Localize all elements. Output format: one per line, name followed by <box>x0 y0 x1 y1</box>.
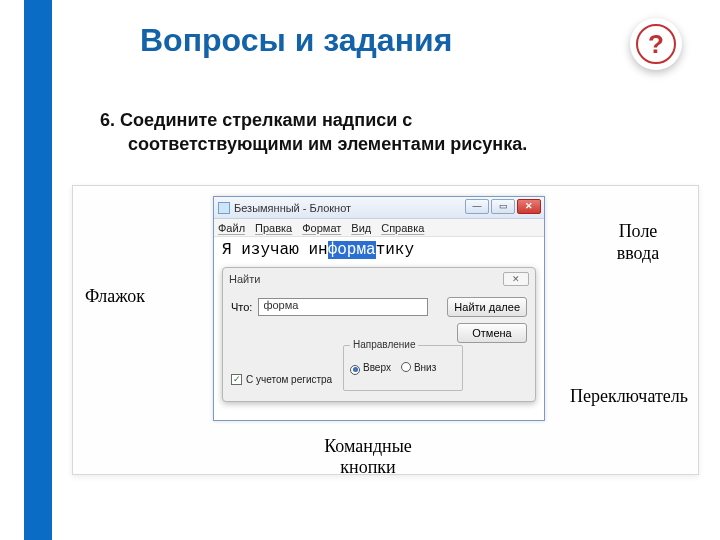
task-text: 6. Соедините стрелками надписи с соответ… <box>100 108 660 157</box>
window-title: Безымянный - Блокнот <box>234 202 351 214</box>
radio-down[interactable]: Вниз <box>401 362 436 375</box>
menu-file[interactable]: Файл <box>218 222 245 234</box>
dialog-title: Найти <box>229 273 260 285</box>
selected-text: форма <box>328 241 376 259</box>
find-next-button[interactable]: Найти далее <box>447 297 527 317</box>
question-badge: ? <box>630 18 682 70</box>
app-icon <box>218 202 230 214</box>
task-line2: соответствующими им элементами рисунка. <box>128 132 660 156</box>
menu-bar: Файл Правка Формат Вид Справка <box>214 219 544 237</box>
dialog-close-button[interactable]: ✕ <box>503 272 529 286</box>
question-mark-icon: ? <box>636 24 676 64</box>
direction-group: Направление Вверх Вниз <box>343 345 463 391</box>
find-input[interactable]: форма <box>258 298 428 316</box>
cancel-button[interactable]: Отмена <box>457 323 527 343</box>
radio-down-icon <box>401 362 411 372</box>
menu-edit[interactable]: Правка <box>255 222 292 234</box>
find-what-label: Что: <box>231 301 252 313</box>
radio-up-icon <box>350 365 360 375</box>
maximize-button[interactable]: ▭ <box>491 199 515 214</box>
label-checkbox: Флажок <box>85 286 145 307</box>
notepad-window: Безымянный - Блокнот — ▭ ✕ Файл Правка Ф… <box>213 196 545 421</box>
slide-title: Вопросы и задания <box>140 22 452 59</box>
radio-up[interactable]: Вверх <box>350 362 391 375</box>
menu-format[interactable]: Формат <box>302 222 341 234</box>
find-dialog: Найти ✕ Что: форма Найти далее Отмена На… <box>222 267 536 402</box>
text-area[interactable]: Я изучаю информатику <box>214 237 544 259</box>
window-control-buttons: — ▭ ✕ <box>465 199 541 214</box>
diagram-panel: Флажок Поле ввода Переключатель Командны… <box>72 185 699 475</box>
dialog-body: Что: форма Найти далее Отмена Направлени… <box>223 290 535 401</box>
task-number: 6. <box>100 110 115 130</box>
label-command-buttons: Командные кнопки <box>283 436 453 477</box>
dialog-titlebar: Найти ✕ <box>223 268 535 290</box>
task-line1: Соедините стрелками надписи с <box>120 110 412 130</box>
window-titlebar: Безымянный - Блокнот — ▭ ✕ <box>214 197 544 219</box>
direction-group-label: Направление <box>350 339 418 350</box>
menu-view[interactable]: Вид <box>351 222 371 234</box>
label-radio: Переключатель <box>570 386 688 407</box>
close-button[interactable]: ✕ <box>517 199 541 214</box>
find-what-row: Что: форма <box>231 298 428 316</box>
match-case-row[interactable]: С учетом регистра <box>231 374 332 385</box>
side-accent-bar <box>24 0 52 540</box>
match-case-label: С учетом регистра <box>246 374 332 385</box>
menu-help[interactable]: Справка <box>381 222 424 234</box>
label-input-field: Поле ввода <box>598 221 678 264</box>
checkbox-icon <box>231 374 242 385</box>
minimize-button[interactable]: — <box>465 199 489 214</box>
